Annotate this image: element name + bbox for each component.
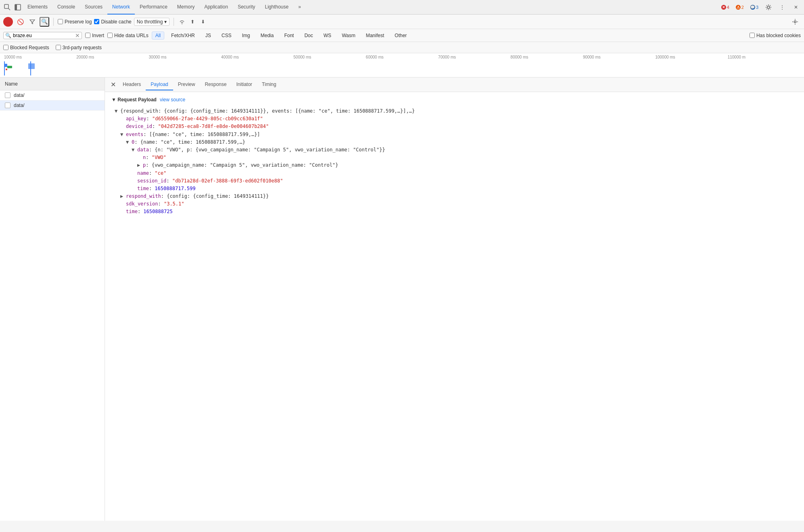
filter-type-manifest[interactable]: Manifest bbox=[362, 31, 387, 40]
third-party-checkbox[interactable] bbox=[56, 45, 61, 50]
throttle-select[interactable]: No throttling ▾ bbox=[134, 18, 170, 26]
disable-cache-label[interactable]: Disable cache bbox=[94, 19, 131, 25]
svg-point-4 bbox=[794, 21, 796, 23]
search-icon: 🔍 bbox=[5, 33, 11, 38]
disable-cache-checkbox[interactable] bbox=[94, 19, 99, 24]
blocked-requests-label[interactable]: Blocked Requests bbox=[3, 45, 49, 50]
timeline-label-10: 110000 m bbox=[728, 55, 800, 59]
json-line-event-0[interactable]: ▼ 0 : {name: "ce", time: 1650888717.599,… bbox=[126, 138, 798, 146]
toggle-root[interactable]: ▼ bbox=[115, 107, 120, 115]
toolbar-divider-2 bbox=[174, 18, 174, 26]
error-badge[interactable]: ✕ 4 bbox=[719, 4, 731, 10]
hide-data-urls-label[interactable]: Hide data URLs bbox=[107, 33, 149, 38]
detail-tab-payload[interactable]: Payload bbox=[146, 79, 173, 90]
toggle-respond-with[interactable]: ▶ bbox=[120, 193, 126, 200]
third-party-requests-label[interactable]: 3rd-party requests bbox=[56, 45, 102, 50]
has-blocked-cookies-checkbox[interactable] bbox=[750, 33, 755, 38]
json-line-root[interactable]: ▼ {respond_with: {config: {config_time: … bbox=[115, 107, 798, 115]
toggle-data[interactable]: ▼ bbox=[132, 146, 137, 154]
warning-badge[interactable]: ⚠ 2 bbox=[734, 4, 746, 10]
tab-lighthouse[interactable]: Lighthouse bbox=[260, 0, 293, 15]
toggle-data-p[interactable]: ▶ bbox=[137, 161, 143, 169]
has-blocked-cookies-label[interactable]: Has blocked cookies bbox=[750, 33, 801, 38]
dock-icon[interactable] bbox=[13, 2, 23, 12]
json-line-device-id: device_id : "042d7285-eca8-7d8f-e8de-0e0… bbox=[120, 123, 798, 130]
download-icon[interactable]: ⬇ bbox=[199, 18, 207, 26]
hide-data-urls-checkbox[interactable] bbox=[107, 33, 113, 38]
invert-checkbox-label[interactable]: Invert bbox=[85, 33, 104, 38]
tab-security[interactable]: Security bbox=[233, 0, 260, 15]
json-tree: ▼ {respond_with: {config: {config_time: … bbox=[111, 107, 798, 216]
tab-bar: Elements Console Sources Network Perform… bbox=[0, 0, 804, 15]
tab-memory[interactable]: Memory bbox=[172, 0, 199, 15]
svg-point-3 bbox=[767, 6, 770, 8]
toggle-spacer bbox=[120, 208, 126, 216]
close-devtools-button[interactable]: ✕ bbox=[790, 2, 802, 13]
filter-type-other[interactable]: Other bbox=[391, 31, 410, 40]
toggle-spacer bbox=[137, 154, 143, 161]
detail-tab-response[interactable]: Response bbox=[200, 79, 231, 90]
tab-application[interactable]: Application bbox=[199, 0, 233, 15]
toggle-events[interactable]: ▼ bbox=[120, 131, 126, 138]
close-detail-button[interactable]: ✕ bbox=[108, 80, 118, 90]
invert-checkbox[interactable] bbox=[85, 33, 90, 38]
preserve-log-label[interactable]: Preserve log bbox=[58, 19, 92, 25]
tab-bar-left bbox=[2, 2, 23, 12]
filter-type-css[interactable]: CSS bbox=[218, 31, 235, 40]
json-line-data-p[interactable]: ▶ p : {vwo_campaign_name: "Campaign 5", … bbox=[137, 161, 798, 169]
clear-search-icon[interactable]: ✕ bbox=[75, 33, 80, 38]
tab-performance[interactable]: Performance bbox=[135, 0, 172, 15]
search-input[interactable] bbox=[13, 33, 73, 38]
request-checkbox-1[interactable] bbox=[5, 103, 10, 108]
toggle-spacer bbox=[120, 200, 126, 208]
list-item[interactable]: data/ bbox=[0, 90, 105, 101]
more-options-button[interactable]: ⋮ bbox=[777, 2, 788, 13]
json-line-respond-with[interactable]: ▶ respond_with : {config: {config_time: … bbox=[120, 193, 798, 200]
filter-row: 🔍 ✕ Invert Hide data URLs All Fetch/XHR … bbox=[0, 29, 804, 42]
filter-type-font[interactable]: Font bbox=[281, 31, 297, 40]
tab-console[interactable]: Console bbox=[52, 0, 80, 15]
search-button[interactable]: 🔍 bbox=[40, 17, 49, 27]
record-button[interactable] bbox=[3, 17, 13, 27]
network-settings-button[interactable] bbox=[789, 16, 801, 27]
filter-type-ws[interactable]: WS bbox=[320, 31, 335, 40]
json-line-events[interactable]: ▼ events : [{name: "ce", time: 165088871… bbox=[120, 131, 798, 138]
timeline-label-0: 10000 ms bbox=[4, 55, 76, 59]
wifi-icon[interactable] bbox=[178, 18, 186, 26]
checkbox-row: Blocked Requests 3rd-party requests bbox=[0, 42, 804, 53]
filter-button[interactable] bbox=[27, 17, 37, 27]
json-line-data[interactable]: ▼ data : {n: "VWO", p: {vwo_campaign_nam… bbox=[132, 146, 798, 154]
tab-more[interactable]: » bbox=[293, 0, 306, 15]
filter-type-all[interactable]: All bbox=[152, 31, 164, 40]
timeline-label-4: 50000 ms bbox=[293, 55, 366, 59]
toggle-spacer bbox=[120, 115, 126, 123]
tab-sources[interactable]: Sources bbox=[80, 0, 107, 15]
search-input-wrap: 🔍 ✕ bbox=[3, 32, 82, 39]
request-checkbox-0[interactable] bbox=[5, 92, 10, 98]
network-toolbar: 🚫 🔍 Preserve log Disable cache No thrott… bbox=[0, 15, 804, 29]
inspect-icon[interactable] bbox=[2, 2, 12, 12]
clear-button[interactable]: 🚫 bbox=[15, 17, 25, 27]
detail-tab-initiator[interactable]: Initiator bbox=[231, 79, 257, 90]
detail-tab-timing[interactable]: Timing bbox=[257, 79, 281, 90]
svg-rect-0 bbox=[4, 4, 8, 8]
filter-type-img[interactable]: Img bbox=[238, 31, 253, 40]
preserve-log-checkbox[interactable] bbox=[58, 19, 63, 24]
filter-type-fetch-xhr[interactable]: Fetch/XHR bbox=[168, 31, 199, 40]
filter-type-js[interactable]: JS bbox=[202, 31, 215, 40]
toggle-event-0[interactable]: ▼ bbox=[126, 138, 132, 146]
list-item[interactable]: data/ bbox=[0, 101, 105, 111]
detail-tab-headers[interactable]: Headers bbox=[118, 79, 146, 90]
upload-icon[interactable]: ⬆ bbox=[188, 18, 197, 26]
request-name-0: data/ bbox=[14, 92, 25, 98]
tab-elements[interactable]: Elements bbox=[23, 0, 52, 15]
filter-type-wasm[interactable]: Wasm bbox=[338, 31, 359, 40]
blocked-requests-checkbox[interactable] bbox=[3, 45, 8, 50]
tab-network[interactable]: Network bbox=[107, 0, 135, 15]
view-source-link[interactable]: view source bbox=[160, 97, 185, 103]
settings-button[interactable] bbox=[763, 2, 774, 13]
detail-tab-preview[interactable]: Preview bbox=[173, 79, 200, 90]
filter-type-doc[interactable]: Doc bbox=[301, 31, 316, 40]
message-badge[interactable]: 💬 3 bbox=[748, 4, 760, 10]
filter-type-media[interactable]: Media bbox=[257, 31, 277, 40]
